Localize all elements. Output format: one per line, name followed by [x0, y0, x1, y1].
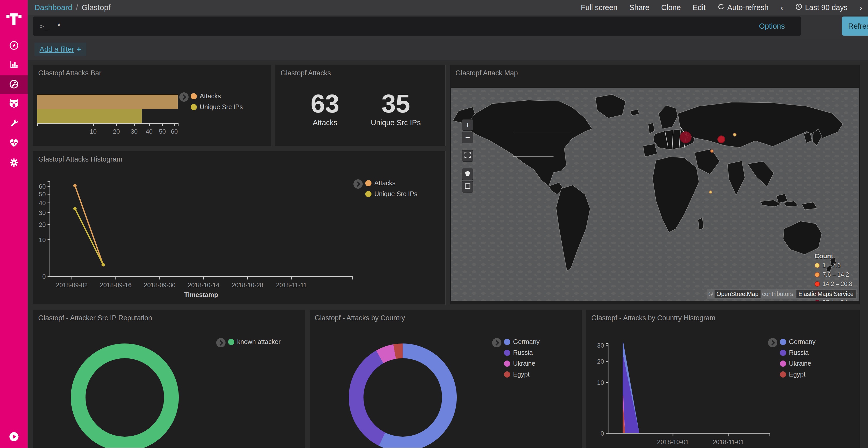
- panel-attacks-metric: Glastopf Attacks 63 Attacks 35 Unique Sr…: [275, 65, 445, 146]
- svg-text:10: 10: [39, 236, 46, 243]
- svg-text:2018-10-14: 2018-10-14: [188, 281, 220, 288]
- auto-refresh-button[interactable]: Auto-refresh: [717, 3, 769, 12]
- legend-item[interactable]: Ukraine: [780, 360, 815, 367]
- metric-label: Unique Src IPs: [365, 118, 427, 127]
- time-range-picker[interactable]: Last 90 days: [795, 3, 847, 12]
- legend-collapse-arrow[interactable]: [768, 338, 777, 347]
- time-range-prev-button[interactable]: ‹: [780, 3, 783, 13]
- legend-item[interactable]: Egypt: [504, 371, 540, 378]
- legend-item[interactable]: known attacker: [228, 338, 281, 346]
- heartbeat-icon: [8, 138, 20, 149]
- legend-item[interactable]: Ukraine: [504, 360, 540, 367]
- query-prompt-icon: >_: [40, 22, 48, 30]
- breadcrumb-dashboard-link[interactable]: Dashboard: [34, 3, 72, 12]
- refresh-button[interactable]: Refresh: [842, 16, 868, 36]
- panel-by-country-histogram: Glastopf - Attacks by Country Histogram …: [586, 310, 860, 448]
- legend-item[interactable]: Unique Src IPs: [365, 190, 417, 198]
- svg-text:2018-09-02: 2018-09-02: [56, 281, 88, 288]
- legend-label: Egypt: [513, 371, 530, 378]
- svg-text:2018-10-28: 2018-10-28: [232, 281, 264, 288]
- horizontal-bar-chart: [37, 95, 178, 123]
- elastic-maps-service-link[interactable]: Elastic Maps Service: [797, 290, 856, 298]
- bar-attacks[interactable]: [37, 95, 178, 109]
- world-map[interactable]: + − Count 1 – 7.67.6 – 14.214.2 – 20.820…: [451, 88, 859, 301]
- attack-location-marker[interactable]: [710, 149, 714, 153]
- query-options-link[interactable]: Options: [759, 16, 785, 36]
- map-zoom-out-button[interactable]: −: [462, 132, 473, 143]
- panel-title: Glastopf Attacks Bar: [38, 69, 101, 77]
- time-range-next-button[interactable]: ›: [860, 3, 862, 13]
- sidebar-item-tpot[interactable]: [0, 95, 28, 113]
- dashboard-gauge-icon: [9, 79, 19, 90]
- bar-chart-icon: [9, 59, 19, 70]
- share-button[interactable]: Share: [629, 3, 649, 12]
- sidebar-item-monitoring[interactable]: [0, 134, 28, 152]
- legend-item[interactable]: Attacks: [191, 92, 243, 100]
- legend: known attacker: [228, 338, 281, 346]
- legend-item[interactable]: Germany: [504, 338, 540, 346]
- map-legend-color-dot: [814, 263, 820, 268]
- x-axis-tick: [175, 123, 175, 126]
- map-legend-item: 27.4 – 34: [814, 299, 859, 301]
- map-polygon-draw-button[interactable]: [462, 169, 473, 180]
- legend-color-dot: [780, 339, 786, 345]
- attack-location-marker[interactable]: [680, 131, 691, 143]
- legend-label: Germany: [789, 338, 815, 346]
- map-attribution: © OpenStreetMap contributors, Elastic Ma…: [707, 289, 857, 299]
- map-legend-item: 7.6 – 14.2: [814, 271, 859, 278]
- full-screen-button[interactable]: Full screen: [581, 3, 617, 12]
- legend-item[interactable]: Attacks: [365, 179, 417, 187]
- legend-collapse-arrow[interactable]: [179, 92, 189, 102]
- legend-item[interactable]: Germany: [780, 338, 815, 346]
- search-input[interactable]: >_ * Options: [33, 16, 801, 36]
- x-axis-tick-label: 40: [146, 128, 153, 135]
- legend-label: Unique Src IPs: [374, 190, 417, 198]
- map-zoom-in-button[interactable]: +: [462, 119, 473, 131]
- breadcrumb-separator: /: [76, 3, 78, 12]
- legend-item[interactable]: Russia: [504, 349, 540, 356]
- map-fit-bounds-button[interactable]: [462, 150, 473, 162]
- rectangle-draw-icon: [464, 182, 471, 192]
- fit-bounds-icon: [464, 151, 471, 161]
- attack-location-marker[interactable]: [733, 133, 737, 137]
- attack-location-marker[interactable]: [709, 191, 712, 194]
- sidebar-item-dev-tools[interactable]: [0, 114, 28, 133]
- bar-unique-src-ips[interactable]: [37, 109, 142, 123]
- map-rectangle-draw-button[interactable]: [462, 181, 473, 193]
- add-filter-button[interactable]: Add a filter +: [34, 43, 86, 56]
- legend-item[interactable]: Russia: [780, 349, 815, 356]
- legend-label: Ukraine: [513, 360, 535, 367]
- country-donut-chart[interactable]: [349, 343, 457, 448]
- clone-button[interactable]: Clone: [661, 3, 681, 12]
- sidebar-item-discover[interactable]: [0, 37, 28, 55]
- legend-label: Egypt: [789, 371, 805, 378]
- top-nav: Dashboard / Glastopf Full screen Share C…: [28, 0, 868, 15]
- edit-button[interactable]: Edit: [692, 3, 706, 12]
- x-axis-tick-label: 10: [90, 128, 97, 135]
- svg-text:20: 20: [39, 221, 46, 228]
- sidebar-collapse-button[interactable]: [0, 431, 28, 443]
- svg-text:2018-09-30: 2018-09-30: [144, 281, 176, 288]
- legend-collapse-arrow[interactable]: [216, 338, 225, 347]
- svg-text:2018-11-01: 2018-11-01: [713, 439, 744, 445]
- attack-location-marker[interactable]: [717, 136, 725, 143]
- panel-title: Glastopf Attack Map: [456, 69, 518, 77]
- reputation-donut-chart[interactable]: [71, 343, 179, 448]
- bear-face-icon: [8, 98, 20, 110]
- map-legend-color-dot: [814, 281, 820, 287]
- legend-label: Unique Src IPs: [200, 103, 243, 111]
- legend-item[interactable]: Unique Src IPs: [191, 103, 243, 111]
- x-axis-tick: [134, 123, 135, 126]
- svg-text:10: 10: [597, 379, 604, 386]
- sidebar-item-visualize[interactable]: [0, 56, 28, 74]
- sidebar-item-dashboard[interactable]: [0, 75, 28, 94]
- map-legend-range-label: 14.2 – 20.8: [823, 280, 852, 287]
- openstreetmap-link[interactable]: OpenStreetMap: [715, 290, 761, 298]
- sidebar-item-management[interactable]: [0, 154, 28, 172]
- legend-collapse-arrow[interactable]: [492, 338, 501, 347]
- top-nav-actions: Full screen Share Clone Edit Auto-refres…: [581, 3, 862, 13]
- legend-collapse-arrow[interactable]: [353, 179, 363, 188]
- legend-item[interactable]: Egypt: [780, 371, 815, 378]
- metric-unique-src-ips: 35 Unique Src IPs: [365, 91, 427, 127]
- panel-attacks-by-country: Glastopf - Attacks by Country GermanyRus…: [309, 310, 582, 448]
